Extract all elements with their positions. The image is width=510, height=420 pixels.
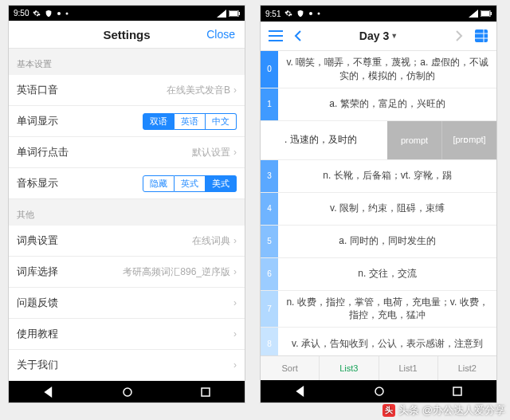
vocab-card[interactable]: . 迅速的，及时的prompt[prɒmpt] <box>261 121 496 160</box>
svg-point-1 <box>66 12 69 14</box>
settings-row[interactable]: 单词显示双语英语中文 <box>9 106 245 137</box>
dot-icon <box>317 12 320 15</box>
card-definition: n. 长靴，后备箱；vt. 穿靴，踢 <box>278 160 496 192</box>
row-label: 音标显示 <box>17 176 58 190</box>
settings-row[interactable]: 英语口音在线美式发音B› <box>9 75 245 106</box>
segment-option[interactable]: 隐藏 <box>143 175 175 192</box>
home-icon[interactable] <box>123 387 132 397</box>
segment-option[interactable]: 美式 <box>206 175 237 192</box>
signal-icon <box>469 10 478 18</box>
settings-row[interactable]: 词典设置在线词典› <box>9 226 245 257</box>
vocab-card[interactable]: 3n. 长靴，后备箱；vt. 穿靴，踢 <box>261 160 496 193</box>
svg-rect-11 <box>491 12 492 15</box>
row-label: 词典设置 <box>17 234 58 248</box>
svg-rect-14 <box>453 387 461 395</box>
dot-icon <box>65 12 69 15</box>
row-label: 单词行点击 <box>17 145 69 159</box>
close-button[interactable]: Close <box>206 21 235 48</box>
status-time: 9:51 <box>265 10 280 18</box>
vocab-card[interactable]: 6n. 交往，交流 <box>261 258 496 291</box>
card-action-button[interactable]: [prɒmpt] <box>441 121 496 159</box>
segment-option[interactable]: 中文 <box>206 113 237 130</box>
card-definition: n. 收费，指控，掌管，电荷，充电量；v. 收费，指控，充电，猛冲 <box>278 291 496 328</box>
back-icon[interactable] <box>43 387 54 398</box>
card-actions: prompt[prɒmpt] <box>387 121 496 159</box>
segment-option[interactable]: 英式 <box>175 175 206 192</box>
recent-icon[interactable] <box>453 387 462 396</box>
settings-row[interactable]: 单词行点击默认设置› <box>9 137 245 168</box>
chevron-right-icon: › <box>233 328 237 340</box>
svg-point-7 <box>309 12 312 15</box>
tab-list1[interactable]: List1 <box>379 356 438 380</box>
card-index: 7 <box>261 291 278 328</box>
settings-row[interactable]: 词库选择考研高频词汇896_逆序版› <box>9 257 245 288</box>
svg-point-0 <box>57 12 61 15</box>
card-index: 4 <box>261 193 278 225</box>
menu-icon[interactable] <box>267 30 284 41</box>
signal-icon <box>217 10 226 18</box>
card-definition: . 迅速的，及时的 <box>278 121 387 159</box>
phone-left: 9:50 Settings Close 基本设置 英语口音在线美式发音B›单词显… <box>8 5 245 403</box>
segmented-control[interactable]: 双语英语中文 <box>143 113 237 130</box>
section-header-other: 其他 <box>9 199 245 226</box>
android-navbar <box>9 381 245 402</box>
home-icon[interactable] <box>375 387 384 396</box>
vocab-card[interactable]: 7n. 收费，指控，掌管，电荷，充电量；v. 收费，指控，充电，猛冲 <box>261 291 496 328</box>
tab-sort[interactable]: Sort <box>261 356 320 380</box>
card-index: 5 <box>261 226 278 257</box>
card-index: 0 <box>261 51 278 88</box>
vocab-card[interactable]: 0v. 嘲笑，嘲弄，不尊重，蔑视；a. 虚假的，不诚实的，模拟的，仿制的 <box>261 51 496 88</box>
vocab-list[interactable]: 0v. 嘲笑，嘲弄，不尊重，蔑视；a. 虚假的，不诚实的，模拟的，仿制的1a. … <box>261 51 496 355</box>
row-value: 考研高频词汇896_逆序版› <box>123 265 237 279</box>
segment-option[interactable]: 双语 <box>143 113 175 130</box>
row-value: › <box>230 297 237 308</box>
dot-icon <box>57 11 61 16</box>
card-definition: n. 交往，交流 <box>278 258 496 290</box>
settings-header: Settings Close <box>9 21 245 49</box>
chevron-right-icon: › <box>233 359 237 371</box>
row-value: 在线词典› <box>192 234 237 248</box>
grid-icon[interactable] <box>473 29 490 42</box>
vocab-header: Day 3 ▼ <box>261 22 496 51</box>
vocab-card[interactable]: 5a. 同时的，同时发生的 <box>261 226 496 258</box>
page-title: Settings <box>103 28 150 41</box>
chevron-right-icon: › <box>233 147 237 158</box>
chevron-right-icon: › <box>233 235 237 246</box>
day-selector[interactable]: Day 3 ▼ <box>312 29 445 42</box>
vocab-card[interactable]: 1a. 繁荣的，富足的，兴旺的 <box>261 88 496 121</box>
settings-row[interactable]: 问题反馈› <box>9 288 245 319</box>
back-icon[interactable] <box>295 386 306 397</box>
tab-list2[interactable]: List2 <box>438 356 496 380</box>
svg-rect-3 <box>230 11 237 16</box>
status-time: 9:50 <box>14 9 29 18</box>
vocab-card[interactable]: 4v. 限制，约束，阻碍，束缚 <box>261 193 496 226</box>
settings-row[interactable]: 音标显示隐藏英式美式 <box>9 168 245 199</box>
card-index: 1 <box>261 88 278 120</box>
vocab-card[interactable]: 8v. 承认，告知收到，公认，表示感谢，注意到 <box>261 328 496 355</box>
row-value: › <box>230 359 237 371</box>
recent-icon[interactable] <box>201 387 210 397</box>
settings-row[interactable]: 使用教程› <box>9 319 245 350</box>
card-index <box>261 121 278 159</box>
bottom-tabs: SortList3List1List2 <box>261 355 496 380</box>
segment-option[interactable]: 英语 <box>175 113 206 130</box>
gear-icon <box>284 10 292 18</box>
card-index: 3 <box>261 160 278 192</box>
tab-list3[interactable]: List3 <box>320 356 379 380</box>
chevron-right-icon: › <box>233 266 237 277</box>
settings-row[interactable]: 关于我们› <box>9 350 245 381</box>
dot-icon <box>308 11 313 16</box>
row-label: 英语口音 <box>17 83 58 97</box>
battery-icon <box>481 10 492 17</box>
gear-icon <box>33 10 41 18</box>
row-value: 在线美式发音B› <box>167 84 237 97</box>
svg-point-8 <box>318 13 320 15</box>
next-icon[interactable] <box>450 30 468 41</box>
card-definition: v. 限制，约束，阻碍，束缚 <box>278 193 496 225</box>
shield-icon <box>296 10 304 18</box>
prev-icon[interactable] <box>289 30 307 41</box>
shield-icon <box>45 10 53 18</box>
segmented-control[interactable]: 隐藏英式美式 <box>143 175 237 192</box>
card-action-button[interactable]: prompt <box>387 121 441 159</box>
day-title: Day 3 <box>359 29 389 42</box>
